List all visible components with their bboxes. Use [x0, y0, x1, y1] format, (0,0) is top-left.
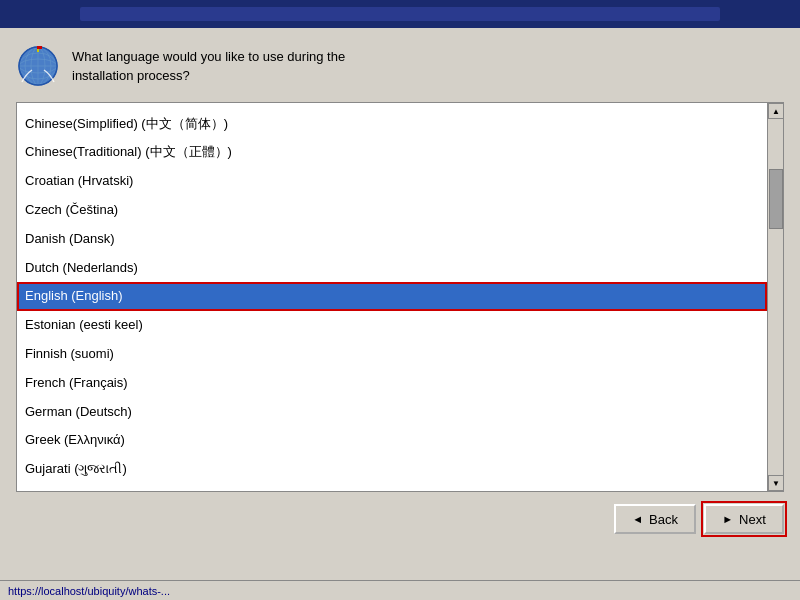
back-button-label: Back — [649, 512, 678, 527]
back-arrow-icon: ◄ — [632, 513, 643, 525]
progress-bar — [80, 7, 720, 21]
header-question: What language would you like to use duri… — [72, 47, 345, 86]
scrollbar-down-button[interactable]: ▼ — [768, 475, 784, 491]
next-button[interactable]: ► Next — [704, 504, 784, 534]
language-item[interactable]: French (Français) — [17, 369, 767, 398]
language-item[interactable]: English (English) — [17, 282, 767, 311]
language-item[interactable]: Danish (Dansk) — [17, 225, 767, 254]
language-list[interactable]: Bulgarian (Български)Catalan (Català)Chi… — [17, 103, 767, 491]
language-item[interactable]: Czech (Čeština) — [17, 196, 767, 225]
language-item[interactable]: Gujarati (ગુજરાતી) — [17, 455, 767, 484]
back-button[interactable]: ◄ Back — [614, 504, 696, 534]
language-list-container: Bulgarian (Български)Catalan (Català)Chi… — [16, 102, 784, 492]
language-item[interactable]: Hebrew (עברית) — [17, 484, 767, 491]
language-item[interactable]: Estonian (eesti keel) — [17, 311, 767, 340]
scrollbar-thumb[interactable] — [769, 169, 783, 229]
top-bar — [0, 0, 800, 28]
scrollbar-track: ▲ ▼ — [767, 103, 783, 491]
header-section: What language would you like to use duri… — [16, 44, 784, 88]
status-bar: https://localhost/ubiquity/whats-... — [0, 580, 800, 600]
language-item[interactable]: Greek (Ελληνικά) — [17, 426, 767, 455]
main-content: What language would you like to use duri… — [0, 28, 800, 492]
scrollbar-up-button[interactable]: ▲ — [768, 103, 784, 119]
svg-rect-9 — [37, 46, 42, 49]
status-text: https://localhost/ubiquity/whats-... — [8, 585, 170, 597]
language-item[interactable]: German (Deutsch) — [17, 398, 767, 427]
globe-icon — [16, 44, 60, 88]
next-button-label: Next — [739, 512, 766, 527]
language-item[interactable]: Chinese(Simplified) (中文（简体）) — [17, 110, 767, 139]
next-arrow-icon: ► — [722, 513, 733, 525]
language-item[interactable]: Dutch (Nederlands) — [17, 254, 767, 283]
language-item[interactable]: Catalan (Català) — [17, 103, 767, 110]
language-item[interactable]: Croatian (Hrvatski) — [17, 167, 767, 196]
language-item[interactable]: Chinese(Traditional) (中文（正體）) — [17, 138, 767, 167]
scrollbar-thumb-area — [768, 119, 783, 491]
language-item[interactable]: Finnish (suomi) — [17, 340, 767, 369]
footer-section: ◄ Back ► Next — [0, 492, 800, 542]
